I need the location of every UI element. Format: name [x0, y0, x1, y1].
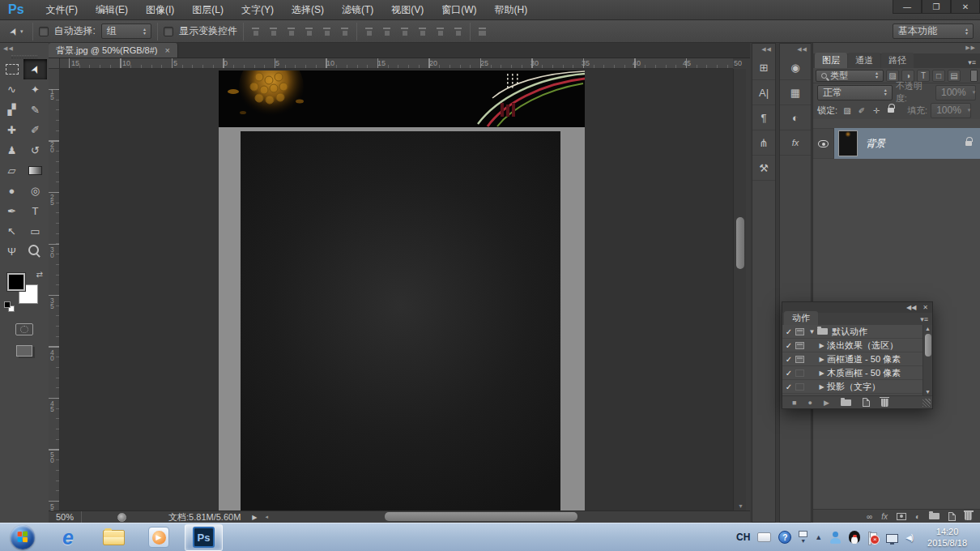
action-row[interactable]: ✓ ▶ 画框通道 - 50 像素	[782, 352, 922, 366]
panel-tab[interactable]: 通道	[848, 53, 880, 68]
document-tab[interactable]: 背景.jpg @ 50%(RGB/8#) ×	[49, 43, 178, 58]
canvas-viewport[interactable]	[60, 69, 733, 510]
history-brush-tool[interactable]: ↺	[23, 140, 47, 160]
fill-dropdown[interactable]: 100%▾	[931, 103, 971, 118]
panel-menu-icon[interactable]: ▾≡	[920, 315, 932, 325]
stop-playing-icon[interactable]: ■	[792, 399, 796, 407]
new-set-icon[interactable]	[841, 399, 851, 406]
magic-wand-tool[interactable]: ✦	[23, 79, 47, 100]
auto-select-dropdown[interactable]: 组▴▾	[101, 23, 151, 39]
menu-item[interactable]: 文件(F)	[37, 0, 87, 19]
menu-item[interactable]: 编辑(E)	[87, 0, 137, 19]
windows-explorer-button[interactable]	[91, 523, 136, 551]
lock-all-icon[interactable]	[884, 105, 897, 116]
new-group-icon[interactable]	[929, 513, 940, 519]
workspace-dropdown[interactable]: 基本功能▴▾	[893, 23, 974, 39]
menu-item[interactable]: 图像(I)	[137, 0, 183, 19]
move-tool[interactable]: ➤	[23, 59, 47, 79]
close-button[interactable]: ✕	[951, 0, 980, 14]
eraser-tool[interactable]: ▱	[0, 160, 23, 181]
restore-button[interactable]: ❐	[922, 0, 951, 14]
new-action-icon[interactable]	[863, 398, 870, 407]
strip-collapse-icon[interactable]: ◀◀	[780, 44, 811, 55]
start-button[interactable]	[0, 523, 45, 551]
minimize-button[interactable]: —	[893, 0, 922, 14]
show-hidden-icons-button[interactable]: ▲	[815, 535, 822, 540]
filter-toggle-switch[interactable]	[970, 70, 978, 82]
new-adjustment-layer-icon[interactable]: ◐	[915, 512, 920, 521]
internet-explorer-button[interactable]: e	[45, 523, 91, 551]
media-player-button[interactable]: ▶	[136, 523, 181, 551]
toolbar-collapse-icon[interactable]: ◀◀	[0, 43, 49, 54]
crop-tool[interactable]: ▞	[0, 100, 23, 120]
keyboard-layout-icon[interactable]	[757, 532, 771, 542]
opacity-dropdown[interactable]: 100%▾	[935, 85, 976, 100]
screen-mode-button[interactable]	[16, 345, 32, 357]
action-row[interactable]: ✓ ▶ 淡出效果（选区）	[782, 339, 922, 352]
lasso-tool[interactable]: ∿	[0, 79, 23, 100]
language-indicator[interactable]: CH	[736, 532, 750, 543]
toolbar-grip[interactable]	[11, 55, 37, 58]
network-status-icon[interactable]	[886, 534, 898, 543]
scroll-down-icon[interactable]: ▼	[925, 389, 931, 395]
actions-tab[interactable]: 动作	[784, 311, 818, 325]
action-check-icon[interactable]: ✓	[782, 355, 795, 364]
brush-presets-panel-icon[interactable]: ⋔	[752, 130, 775, 156]
type-tool[interactable]: T	[23, 201, 47, 221]
menu-item[interactable]: 图层(L)	[183, 0, 232, 19]
expand-arrow-icon[interactable]: ▶	[816, 356, 827, 363]
scroll-left-icon[interactable]: ◂	[265, 514, 268, 520]
menu-item[interactable]: 选择(S)	[283, 0, 333, 19]
ime-toolbar-icon[interactable]: ▼	[799, 531, 807, 544]
taskbar-clock[interactable]: 14:20 2015/8/18	[921, 526, 974, 549]
swatches-panel-icon[interactable]: ▦	[780, 80, 811, 105]
action-row[interactable]: ✓ ▶ 投影（文字）	[782, 380, 922, 394]
character-panel-icon[interactable]: A|	[752, 80, 775, 105]
default-colors-icon[interactable]	[4, 301, 15, 312]
zoom-tool[interactable]	[23, 241, 47, 262]
styles-panel-icon[interactable]: fx	[780, 130, 811, 156]
begin-recording-icon[interactable]: ●	[807, 399, 812, 407]
actions-scrollbar[interactable]: ▲ ▼	[922, 325, 932, 395]
play-selection-icon[interactable]: ▶	[824, 399, 829, 407]
strip-collapse-icon[interactable]: ◀◀	[752, 44, 775, 55]
menu-item[interactable]: 视图(V)	[382, 0, 432, 19]
tab-close-icon[interactable]: ×	[165, 45, 170, 55]
qq-penguin-icon[interactable]	[849, 531, 860, 544]
color-panel-icon[interactable]: ◉	[780, 55, 811, 80]
link-layers-icon[interactable]: ∞	[867, 512, 872, 521]
dodge-tool[interactable]: ◎	[23, 181, 47, 201]
dialog-toggle-icon[interactable]	[795, 356, 804, 363]
pen-tool[interactable]: ✒	[0, 201, 23, 221]
rectangular-marquee-tool[interactable]	[0, 59, 23, 79]
layer-style-icon[interactable]: fx	[881, 512, 888, 521]
delete-icon[interactable]	[881, 399, 888, 407]
eyedropper-tool[interactable]: ✎	[23, 100, 47, 120]
panel-close-icon[interactable]: ✕	[922, 304, 928, 311]
expand-arrow-icon[interactable]: ▶	[816, 342, 827, 349]
qq-contact-icon[interactable]	[829, 532, 842, 544]
dialog-toggle-icon[interactable]	[795, 342, 804, 349]
tool-presets-panel-icon[interactable]: ⊞	[752, 55, 775, 80]
adjustments-panel-icon[interactable]: ◐	[780, 105, 811, 130]
vertical-scrollbar[interactable]: ▼	[733, 69, 746, 510]
dialog-toggle-icon[interactable]	[795, 369, 804, 377]
expand-arrow-icon[interactable]: ▶	[816, 369, 827, 377]
filter-shape-layers-icon[interactable]: □	[932, 70, 945, 82]
horizontal-scrollbar[interactable]	[292, 511, 729, 522]
path-selection-tool[interactable]: ↖	[0, 221, 23, 241]
brush-tool[interactable]: ✐	[23, 120, 47, 140]
paragraph-panel-icon[interactable]: ¶	[752, 105, 775, 130]
action-center-alert-icon[interactable]	[867, 532, 879, 544]
lock-position-icon[interactable]: ✛	[870, 105, 883, 116]
panel-collapse-icon[interactable]: ◀◀	[906, 304, 916, 311]
action-row[interactable]: ✓ ▼ 默认动作	[782, 325, 922, 339]
blend-mode-dropdown[interactable]: 正常▴▾	[817, 85, 893, 100]
dialog-toggle-icon[interactable]	[795, 383, 804, 391]
status-popup-icon[interactable]: ▶	[252, 514, 257, 521]
new-layer-icon[interactable]	[948, 512, 956, 521]
action-check-icon[interactable]: ✓	[782, 327, 795, 336]
menu-item[interactable]: 文字(Y)	[232, 0, 283, 19]
filter-smart-objects-icon[interactable]: ▤	[948, 70, 961, 82]
vertical-scrollbar-thumb[interactable]	[736, 217, 744, 269]
